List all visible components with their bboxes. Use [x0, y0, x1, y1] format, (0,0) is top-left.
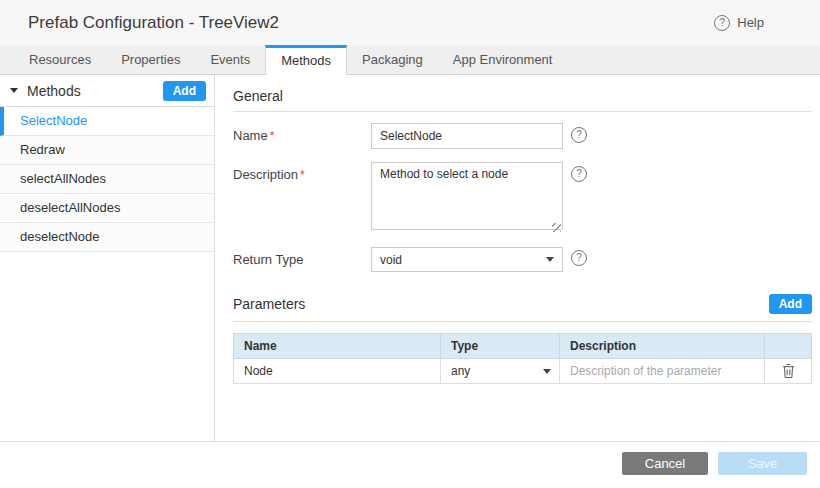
- column-header-name: Name: [234, 334, 441, 359]
- tab-resources[interactable]: Resources: [14, 45, 106, 74]
- sidebar-item-deselectallnodes[interactable]: deselectAllNodes: [0, 194, 214, 223]
- help-icon: ?: [714, 15, 730, 31]
- tab-app-environment[interactable]: App Environment: [438, 45, 568, 74]
- return-type-value: void: [380, 253, 402, 267]
- add-method-button[interactable]: Add: [163, 81, 206, 101]
- sidebar-methods-header[interactable]: Methods Add: [0, 75, 214, 107]
- methods-sidebar: Methods Add SelectNode Redraw selectAllN…: [0, 75, 215, 441]
- description-row: Description* Method to select a node ?: [233, 162, 812, 234]
- return-type-label: Return Type: [233, 247, 371, 267]
- description-label: Description*: [233, 162, 371, 182]
- description-textarea[interactable]: Method to select a node: [371, 162, 563, 230]
- name-help-icon[interactable]: ?: [571, 127, 587, 143]
- add-parameter-button[interactable]: Add: [769, 294, 812, 314]
- collapse-caret-icon: [10, 88, 18, 93]
- parameter-row: any: [234, 359, 812, 384]
- sidebar-section-label: Methods: [27, 83, 163, 99]
- tab-bar: Resources Properties Events Methods Pack…: [0, 45, 820, 75]
- footer-bar: Cancel Save: [0, 441, 820, 488]
- trash-icon: [781, 363, 796, 379]
- tab-events[interactable]: Events: [195, 45, 265, 74]
- parameter-description-input[interactable]: [560, 359, 764, 383]
- sidebar-item-deselectnode[interactable]: deselectNode: [0, 223, 214, 252]
- description-help-icon[interactable]: ?: [571, 166, 587, 182]
- sidebar-item-selectnode[interactable]: SelectNode: [0, 107, 214, 136]
- column-header-description: Description: [560, 334, 765, 359]
- required-marker: *: [270, 129, 275, 143]
- column-header-actions: [765, 334, 812, 359]
- title-bar: Prefab Configuration - TreeView2 ? Help: [0, 0, 820, 45]
- name-input[interactable]: [371, 123, 563, 149]
- general-heading: General: [233, 88, 283, 104]
- name-row: Name* ?: [233, 123, 812, 149]
- main-area: Methods Add SelectNode Redraw selectAllN…: [0, 75, 820, 441]
- delete-parameter-button[interactable]: [781, 363, 796, 383]
- parameter-type-select[interactable]: any: [441, 359, 559, 383]
- return-type-row: Return Type void ?: [233, 247, 812, 272]
- general-section-header: General: [233, 88, 812, 112]
- parameters-table: Name Type Description any: [233, 333, 812, 384]
- save-button[interactable]: Save: [718, 452, 807, 475]
- required-marker: *: [300, 168, 305, 182]
- help-label: Help: [737, 15, 764, 30]
- cancel-button[interactable]: Cancel: [622, 452, 708, 475]
- return-type-select[interactable]: void: [371, 247, 563, 272]
- parameters-section: Parameters Add Name Type Description: [233, 294, 812, 384]
- page-title: Prefab Configuration - TreeView2: [28, 13, 279, 33]
- method-detail-panel: General Name* ? Description* Method to s…: [215, 75, 820, 441]
- parameters-heading: Parameters: [233, 296, 305, 312]
- parameter-type-value: any: [451, 364, 470, 378]
- sidebar-item-selectallnodes[interactable]: selectAllNodes: [0, 165, 214, 194]
- sidebar-item-redraw[interactable]: Redraw: [0, 136, 214, 165]
- parameters-section-header: Parameters Add: [233, 294, 812, 322]
- help-button[interactable]: ? Help: [714, 15, 792, 31]
- tab-properties[interactable]: Properties: [106, 45, 195, 74]
- tab-methods[interactable]: Methods: [265, 45, 347, 75]
- dropdown-caret-icon: [546, 257, 554, 262]
- parameter-name-input[interactable]: [234, 359, 440, 383]
- name-label: Name*: [233, 123, 371, 143]
- tab-packaging[interactable]: Packaging: [347, 45, 438, 74]
- return-type-help-icon[interactable]: ?: [571, 250, 587, 266]
- column-header-type: Type: [441, 334, 560, 359]
- parameters-header-row: Name Type Description: [234, 334, 812, 359]
- dropdown-caret-icon: [543, 369, 551, 374]
